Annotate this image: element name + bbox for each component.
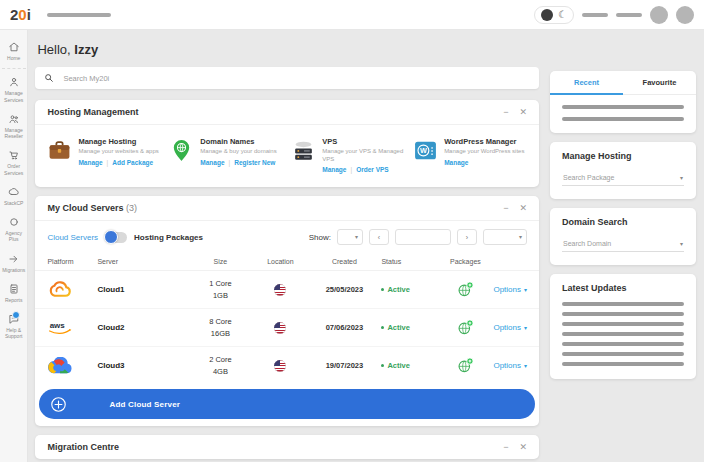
sidebar-item-stackcp[interactable]: StackCP xyxy=(0,181,28,211)
panel-title: Migration Centre xyxy=(47,442,119,452)
hm-item-vps: VPS Manage your VPS & Managed VPS Manage… xyxy=(291,137,405,173)
hm-item-manage-hosting: Manage Hosting Manage your websites & ap… xyxy=(47,137,161,173)
server-count: (3) xyxy=(126,203,137,213)
search-input[interactable] xyxy=(61,73,530,84)
domain-search-panel: Domain Search Search Domain ▾ xyxy=(550,208,696,265)
map-pin-globe-icon xyxy=(169,138,194,163)
cloud-servers-table: Platform Server Size Location Created St… xyxy=(35,253,539,384)
update-placeholder-bar xyxy=(562,342,684,346)
document-icon xyxy=(8,283,20,295)
panel-title: Hosting Management xyxy=(47,107,138,117)
panel-title: My Cloud Servers (3) xyxy=(47,203,137,213)
server-name[interactable]: Cloud2 xyxy=(97,323,187,332)
plus-circle-icon xyxy=(50,396,67,413)
view-toggle-switch[interactable] xyxy=(105,232,127,243)
options-button[interactable]: Options▾ xyxy=(493,323,539,332)
search-domain-select[interactable]: Search Domain ▾ xyxy=(562,237,684,252)
recent-placeholder-bar xyxy=(562,105,684,109)
recent-placeholder-bar xyxy=(562,117,684,121)
close-icon[interactable]: ✕ xyxy=(519,108,527,117)
tab-recent[interactable]: Recent xyxy=(550,71,623,95)
update-placeholder-bar xyxy=(562,332,684,336)
us-flag-icon xyxy=(274,322,286,334)
search-package-select[interactable]: Search Package ▾ xyxy=(562,171,684,186)
show-label: Show: xyxy=(309,233,331,242)
hosting-packages-toggle-label[interactable]: Hosting Packages xyxy=(134,233,203,242)
close-icon[interactable]: ✕ xyxy=(519,443,527,452)
topbar-placeholder-bar xyxy=(47,13,111,17)
panel-title: Domain Search xyxy=(562,217,684,227)
us-flag-icon xyxy=(274,360,286,372)
packages-globe-add-icon[interactable] xyxy=(456,319,475,336)
20i-logo[interactable]: 20i xyxy=(10,6,31,23)
migration-centre-panel: Migration Centre − ✕ xyxy=(35,435,539,459)
pagination-page-box xyxy=(395,229,451,245)
panel-title: Manage Hosting xyxy=(562,151,684,161)
sidebar-divider xyxy=(2,68,26,69)
tab-favourite[interactable]: Favourite xyxy=(623,71,696,94)
options-button[interactable]: Options▾ xyxy=(493,285,539,294)
pagination-prev-button[interactable]: ‹ xyxy=(369,229,389,245)
sort-select[interactable]: ▾ xyxy=(483,229,527,245)
packages-globe-add-icon[interactable] xyxy=(456,357,475,374)
sidebar-item-home[interactable]: Home xyxy=(0,36,28,66)
avatar[interactable] xyxy=(650,6,668,24)
global-search xyxy=(35,67,539,89)
update-placeholder-bar xyxy=(562,302,684,306)
status-badge: Active xyxy=(381,323,437,332)
svg-text:W: W xyxy=(420,146,427,155)
status-dot-icon xyxy=(381,364,384,367)
sidebar-item-order-services[interactable]: Order Services xyxy=(0,144,28,181)
register-new-link[interactable]: Register New xyxy=(234,159,275,166)
packages-globe-add-icon[interactable] xyxy=(456,281,475,298)
people-icon xyxy=(8,113,20,125)
add-package-link[interactable]: Add Package xyxy=(112,159,153,166)
google-cloud-logo-icon xyxy=(47,357,74,375)
update-placeholder-bar xyxy=(562,362,684,366)
manage-link[interactable]: Manage xyxy=(322,166,346,173)
left-sidebar: Home Manage Services Manage Reseller Ord… xyxy=(0,30,28,462)
wordpress-icon: W xyxy=(413,138,438,163)
sidebar-item-agency-plus[interactable]: Agency Plus xyxy=(0,211,28,248)
theme-toggle[interactable]: ☾ xyxy=(534,6,574,24)
table-row: Cloud3 2 Core 4GB 19/07/2023 Active Opti… xyxy=(35,347,539,384)
sidebar-item-help-support[interactable]: Help & Support xyxy=(0,308,28,345)
sidebar-item-migrations[interactable]: Migrations xyxy=(0,248,28,278)
avatar[interactable] xyxy=(676,6,694,24)
manage-link[interactable]: Manage xyxy=(78,159,102,166)
chevron-down-icon: ▾ xyxy=(524,287,527,293)
svg-text:aws: aws xyxy=(50,321,66,330)
page-greeting: Hello, Izzy xyxy=(37,42,539,57)
chevron-down-icon: ▾ xyxy=(524,325,527,331)
options-button[interactable]: Options▾ xyxy=(493,361,539,370)
sidebar-item-manage-reseller[interactable]: Manage Reseller xyxy=(0,108,28,145)
add-cloud-server-button[interactable]: Add Cloud Server xyxy=(39,389,535,419)
20i-cloud-logo-icon xyxy=(47,281,73,299)
status-badge: Active xyxy=(381,361,437,370)
my-cloud-servers-panel: My Cloud Servers (3) − ✕ Cloud Servers H… xyxy=(35,196,539,426)
order-vps-link[interactable]: Order VPS xyxy=(356,166,389,173)
manage-link[interactable]: Manage xyxy=(444,159,468,166)
server-name[interactable]: Cloud3 xyxy=(97,361,187,370)
toggle-knob xyxy=(104,230,118,244)
topbar-placeholder-bar xyxy=(616,13,642,17)
user-name: Izzy xyxy=(74,42,98,57)
cloud-servers-toggle-label[interactable]: Cloud Servers xyxy=(47,233,98,242)
update-placeholder-bar xyxy=(562,322,684,326)
chevron-down-icon: ▾ xyxy=(680,241,683,247)
update-placeholder-bar xyxy=(562,352,684,356)
minimize-icon[interactable]: − xyxy=(503,204,508,213)
manage-link[interactable]: Manage xyxy=(200,159,224,166)
page-size-select[interactable]: ▾ xyxy=(337,229,363,245)
briefcase-icon xyxy=(47,138,72,163)
sidebar-item-reports[interactable]: Reports xyxy=(0,278,28,308)
pagination-next-button[interactable]: › xyxy=(457,229,477,245)
status-dot-icon xyxy=(381,288,384,291)
minimize-icon[interactable]: − xyxy=(503,108,508,117)
sidebar-item-manage-services[interactable]: Manage Services xyxy=(0,71,28,108)
ring-icon xyxy=(8,216,20,228)
minimize-icon[interactable]: − xyxy=(503,443,508,452)
close-icon[interactable]: ✕ xyxy=(519,204,527,213)
cart-icon xyxy=(8,149,20,161)
server-name[interactable]: Cloud1 xyxy=(97,285,187,294)
